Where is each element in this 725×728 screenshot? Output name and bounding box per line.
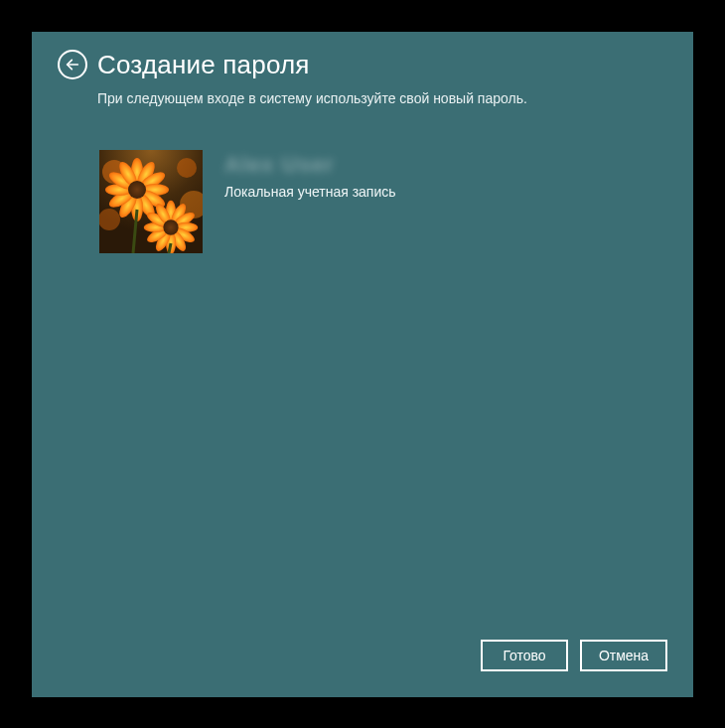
- page-subtitle: При следующем входе в систему используйт…: [97, 90, 667, 106]
- cancel-button[interactable]: Отмена: [580, 640, 667, 671]
- svg-point-3: [177, 158, 197, 178]
- svg-point-18: [128, 181, 146, 199]
- create-password-panel: Создание пароля При следующем входе в си…: [32, 32, 693, 697]
- header: Создание пароля: [58, 50, 667, 80]
- account-username: Alex User: [224, 152, 396, 178]
- avatar: [99, 150, 203, 253]
- done-button[interactable]: Готово: [481, 640, 568, 671]
- account-type-label: Локальная учетная запись: [224, 184, 396, 200]
- back-button[interactable]: [58, 50, 87, 79]
- svg-point-31: [163, 219, 178, 234]
- footer: Готово Отмена: [481, 640, 667, 671]
- page-title: Создание пароля: [97, 50, 310, 80]
- svg-point-5: [99, 209, 120, 230]
- svg-line-33: [169, 243, 171, 253]
- account-text: Alex User Локальная учетная запись: [224, 150, 396, 253]
- account-block: Alex User Локальная учетная запись: [99, 150, 667, 253]
- arrow-left-icon: [65, 57, 80, 73]
